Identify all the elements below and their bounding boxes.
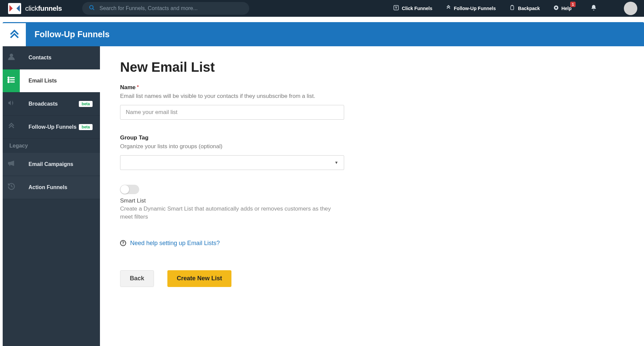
help-link-row: ? Need help setting up Email Lists? (120, 240, 624, 247)
name-label: Name * (120, 84, 624, 91)
svg-point-9 (8, 77, 9, 78)
search-input[interactable] (100, 5, 243, 11)
smart-list-description: Create a Dynamic Smart List that automat… (120, 205, 335, 221)
topbar: clickfunnels Click Funnels Follow-Up Fun… (0, 0, 644, 17)
blue-header-icon-box[interactable] (3, 22, 26, 46)
logo-text[interactable]: clickfunnels (25, 4, 62, 12)
nav-label: Follow-Up Funnels (454, 6, 496, 11)
help-icon (553, 5, 559, 12)
caret-down-icon: ▼ (334, 160, 338, 165)
toggle-knob (120, 185, 129, 194)
sidebar-item-email-lists[interactable]: Email Lists (3, 69, 100, 93)
funnel-icon (393, 5, 399, 12)
svg-point-0 (90, 5, 93, 9)
nav-help[interactable]: Help 1 (553, 5, 572, 12)
name-input[interactable] (120, 105, 344, 120)
sidebar-item-label: Email Campaigns (29, 161, 94, 167)
logo-text-bold: funnels (38, 4, 62, 12)
logo-text-light: click (25, 4, 38, 12)
back-button[interactable]: Back (120, 270, 154, 287)
sidebar-item-label: Email Lists (29, 78, 94, 84)
sidebar-item-action-funnels[interactable]: Action Funnels (3, 176, 100, 199)
sidebar-item-label: Broadcasts (29, 101, 79, 107)
list-icon (7, 75, 16, 86)
svg-line-1 (93, 8, 94, 10)
chevrons-up-icon (446, 5, 451, 12)
sidebar-item-email-campaigns[interactable]: Email Campaigns (3, 153, 100, 176)
user-icon (7, 53, 15, 63)
help-circle-icon: ? (120, 240, 126, 246)
group-tag-help: Organize your lists into groups (optiona… (120, 143, 624, 150)
chevrons-up-icon (8, 122, 15, 132)
sidebar-item-broadcasts[interactable]: Broadcasts beta (3, 93, 100, 116)
group-tag-field-group: Group Tag Organize your lists into group… (120, 134, 624, 170)
search-icon (89, 5, 95, 12)
button-row: Back Create New List (120, 270, 624, 287)
nav-label: Backpack (518, 6, 540, 11)
avatar[interactable] (624, 2, 637, 15)
sidebar-item-follow-up-noitem[interactable]: Follow-Up Funnels beta (3, 116, 100, 139)
svg-point-4 (555, 7, 557, 8)
smart-list-group: Smart List Create a Dynamic Smart List t… (120, 185, 624, 221)
sidebar-item-label: Action Funnels (29, 184, 94, 190)
blue-header: Follow-Up Funnels (3, 22, 644, 46)
bullhorn-icon (7, 159, 15, 169)
help-badge: 1 (570, 2, 576, 7)
page-title: New Email List (120, 60, 624, 75)
create-button[interactable]: Create New List (167, 270, 231, 287)
logo-icon[interactable] (8, 3, 21, 14)
svg-point-11 (8, 81, 9, 82)
sidebar-item-label: Contacts (29, 55, 94, 61)
smart-list-label: Smart List (120, 197, 624, 204)
blue-header-title: Follow-Up Funnels (35, 30, 110, 39)
beta-badge: beta (79, 124, 93, 130)
group-tag-select[interactable]: ▼ (120, 155, 344, 170)
history-icon (7, 182, 15, 192)
group-tag-label: Group Tag (120, 134, 624, 141)
sidebar-item-label: Follow-Up Funnels (29, 124, 79, 130)
name-label-text: Name (120, 84, 136, 91)
sidebar: Contacts Email Lists Broadcasts beta (3, 46, 100, 346)
nav-follow-up-funnels[interactable]: Follow-Up Funnels (446, 5, 496, 12)
search-box[interactable] (82, 2, 249, 15)
smart-list-toggle[interactable] (120, 185, 139, 194)
name-field-group: Name * Email list names will be visible … (120, 84, 624, 120)
name-help: Email list names will be visible to your… (120, 93, 624, 100)
bell-icon[interactable] (590, 4, 597, 12)
backpack-icon (509, 5, 515, 12)
top-nav: Click Funnels Follow-Up Funnels Backpack… (393, 2, 637, 15)
nav-click-funnels[interactable]: Click Funnels (393, 5, 432, 12)
svg-point-5 (10, 54, 13, 57)
nav-label: Click Funnels (402, 6, 432, 11)
help-link[interactable]: Need help setting up Email Lists? (130, 240, 220, 247)
required-star-icon: * (137, 84, 139, 90)
main-content: New Email List Name * Email list names w… (100, 46, 644, 346)
sidebar-item-contacts[interactable]: Contacts (3, 46, 100, 69)
nav-backpack[interactable]: Backpack (509, 5, 540, 12)
svg-point-10 (8, 79, 9, 80)
sidebar-section-legacy: Legacy (3, 139, 100, 153)
beta-badge: beta (79, 101, 93, 107)
chevrons-up-icon (9, 29, 20, 41)
megaphone-icon (7, 99, 15, 109)
